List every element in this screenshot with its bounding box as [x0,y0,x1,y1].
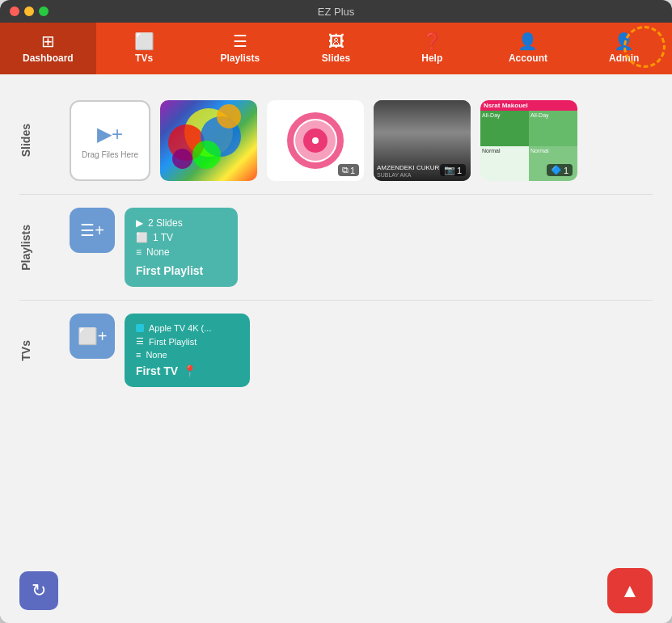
maximize-button[interactable] [39,6,49,16]
add-tv-card[interactable]: ⬜+ [70,314,115,359]
refresh-button[interactable]: ↻ [19,571,58,610]
nav-slides-label: Slides [322,53,350,64]
slide-item-1[interactable] [160,100,257,181]
nav-dashboard[interactable]: ⊞ Dashboard [0,23,96,74]
upload-button[interactable]: ▲ [607,568,653,613]
nav-help-label: Help [421,53,442,64]
nav-account[interactable]: 👤 Account [480,23,577,74]
location-pin-icon: 📍 [183,364,197,377]
minimize-button[interactable] [24,6,34,16]
add-playlist-card[interactable]: ☰+ [70,208,115,253]
slide-badge-4: 🔷 1 [547,164,573,176]
nav-playlists[interactable]: ☰ Playlists [192,23,288,74]
playlist-tv-info: ⬜ 1 TV [136,232,226,243]
account-icon: 👤 [518,33,538,49]
traffic-lights [10,6,49,16]
slide-item-2[interactable]: ⧉ 1 [267,100,364,181]
playlist-name: First Playlist [136,264,226,277]
tv-name: First TV 📍 [136,364,239,377]
slide-thumb-3: AMZENDEKI CUKUR SUBLAY AKA [374,100,471,181]
nav-admin[interactable]: 👤 Admin [576,23,672,74]
slides-items: ▶+ Drag Files Here [70,100,653,181]
tv-card-1[interactable]: Apple TV 4K (... ☰ First Playlist ≡ None… [125,314,250,387]
tvs-section: TVs ⬜+ Apple TV 4K (... ☰ First Playlist [19,301,653,400]
nav-tvs-label: TVs [135,53,153,64]
add-tv-icon: ⬜+ [78,326,108,346]
tvs-section-label: TVs [19,340,60,361]
tv-playlist-info: ☰ First Playlist [136,336,239,347]
playlists-section-label: Playlists [19,225,60,271]
playlists-icon: ☰ [233,33,247,49]
help-icon: ❓ [422,33,442,49]
nav-dashboard-label: Dashboard [23,53,74,64]
slides-section-label: Slides [19,124,60,157]
dashboard-icon: ⊞ [41,33,55,49]
add-slide-label: Drag Files Here [82,150,138,159]
refresh-icon: ↻ [32,580,46,601]
navbar: ⊞ Dashboard ⬜ TVs ☰ Playlists 🖼 Slides ❓… [0,23,672,74]
playlists-section: Playlists ☰+ ▶ 2 Slides ⬜ 1 TV [19,195,653,301]
close-button[interactable] [10,6,19,16]
nav-slides[interactable]: 🖼 Slides [288,23,384,74]
add-slide-icon: ▶+ [97,123,123,145]
slides-section: Slides ▶+ Drag Files Here [19,87,653,195]
slide-item-3[interactable]: AMZENDEKI CUKUR SUBLAY AKA 📷 1 [374,100,471,181]
slide-item-4[interactable]: Nsrat Makouel All-Day All-Day Normal Nor… [480,100,577,181]
admin-ring [623,26,666,68]
add-playlist-icon: ☰+ [80,221,104,240]
window-title: EZ Plus [318,6,355,18]
photo-content: AMZENDEKI CUKUR SUBLAY AKA [374,100,471,181]
tvs-items: ⬜+ Apple TV 4K (... ☰ First Playlist ≡ N… [70,314,653,387]
slides-icon: 🖼 [328,33,344,49]
nav-playlists-label: Playlists [220,53,260,64]
tvs-icon: ⬜ [134,33,154,49]
title-bar: EZ Plus [0,0,672,23]
nav-tvs[interactable]: ⬜ TVs [96,23,192,74]
tv-schedule-info: ≡ None [136,350,239,360]
app-window: EZ Plus ⊞ Dashboard ⬜ TVs ☰ Playlists 🖼 … [0,0,672,623]
nav-account-label: Account [509,53,547,64]
add-slide-card[interactable]: ▶+ Drag Files Here [70,100,150,181]
main-content: Slides ▶+ Drag Files Here [0,74,672,558]
upload-icon: ▲ [620,579,640,602]
slide-badge-2: ⧉ 1 [338,164,359,176]
slide-thumb-1 [160,100,257,181]
bottom-bar: ↻ ▲ [0,558,672,623]
tv-model-info: Apple TV 4K (... [136,323,239,333]
playlists-items: ☰+ ▶ 2 Slides ⬜ 1 TV ≡ None [70,208,653,287]
playlist-card-1[interactable]: ▶ 2 Slides ⬜ 1 TV ≡ None First Playlist [125,208,238,287]
nav-help[interactable]: ❓ Help [384,23,480,74]
playlist-schedule-info: ≡ None [136,246,226,258]
playlist-slides-info: ▶ 2 Slides [136,217,226,229]
